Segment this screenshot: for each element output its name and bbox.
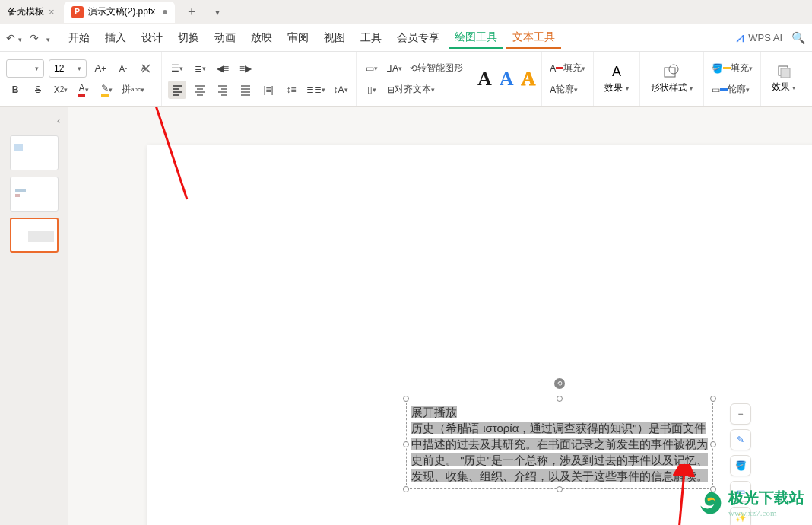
shape-style-button[interactable]: 形状样式 ▾: [646, 60, 697, 97]
shape-format-group: 🪣 填充 ▾ ▭ 轮廓 ▾: [704, 52, 761, 106]
workspace: ‹ ⟲ 展开播放 历史（希腊语 ιστορία，通过调查获得的知: [0, 107, 812, 525]
tab-label: 演示文稿(2).pptx: [88, 5, 156, 18]
text-content[interactable]: 展开播放 历史（希腊语 ιστορία，通过调查获得的知识"）是书面文件中描述的…: [411, 404, 708, 484]
text-group: ▭ ▾ ⅃A ▾ ⟲ 转智能图形 ▯ ▾ ⊟ 对齐文本 ▾: [357, 52, 471, 106]
shape-fill-button[interactable]: 🪣 填充 ▾: [710, 59, 754, 78]
wordart-group: A A A: [471, 52, 542, 106]
menu-insert[interactable]: 插入: [99, 28, 132, 48]
vertical-text-button[interactable]: ▯ ▾: [363, 81, 381, 99]
collapse-thumbs-button[interactable]: ‹: [0, 113, 68, 129]
align-text-button[interactable]: ⊟ 对齐文本 ▾: [385, 81, 436, 99]
font-color-button[interactable]: A ▾: [75, 81, 93, 99]
tab-bar: 备壳模板 × P 演示文稿(2).pptx ＋ ▾: [0, 0, 812, 24]
resize-handle-s[interactable]: [557, 486, 563, 492]
search-icon[interactable]: 🔍: [791, 31, 806, 45]
paragraph-group: ☰ ▾ ≣ ▾ ◀≡ ≡▶ |≡| ↕≡ ≣≣ ▾ ↕A ▾: [162, 52, 357, 106]
add-tab-button[interactable]: ＋: [181, 2, 202, 23]
svg-point-2: [669, 65, 678, 74]
watermark-logo-icon: [696, 489, 724, 517]
float-format-button[interactable]: 🪣: [730, 455, 751, 476]
menu-view[interactable]: 视图: [318, 28, 351, 48]
ppt-icon: P: [71, 6, 84, 18]
svg-text:A: A: [141, 64, 147, 72]
text-effects-group: A 效果 ▾: [594, 52, 639, 106]
menu-bar: ↶ ▾ ↷ ▾ 开始 插入 设计 切换 动画 放映 审阅 视图 工具 会员专享 …: [0, 24, 812, 52]
align-justify-button[interactable]: [236, 81, 255, 99]
more-quick-button[interactable]: ▾: [46, 32, 50, 44]
font-size-select[interactable]: 12 ▾: [49, 59, 87, 78]
selected-text-box[interactable]: ⟲ 展开播放 历史（希腊语 ιστορία，通过调查获得的知识"）是书面文件中描…: [406, 399, 713, 489]
increase-font-button[interactable]: A+: [91, 59, 109, 78]
columns-button[interactable]: ≣≣ ▾: [305, 81, 327, 99]
indent-dec-button[interactable]: ◀≡: [214, 59, 232, 78]
resize-handle-e[interactable]: [710, 441, 716, 447]
resize-handle-sw[interactable]: [403, 486, 409, 492]
indent-inc-button[interactable]: ≡▶: [236, 59, 255, 78]
text-fill-button[interactable]: A 填充 ▾: [548, 59, 587, 78]
shape-outline-button[interactable]: ▭ 轮廓 ▾: [710, 81, 751, 99]
tab-menu-button[interactable]: ▾: [207, 2, 228, 23]
strikethrough-button[interactable]: S: [29, 81, 47, 99]
tab-presentation[interactable]: P 演示文稿(2).pptx: [64, 2, 176, 23]
wps-ai-label: WPS AI: [748, 32, 782, 43]
align-center-button[interactable]: [191, 81, 209, 99]
unsaved-dot-icon: [163, 10, 167, 14]
slide-thumbnail-2[interactable]: [10, 177, 59, 212]
close-icon[interactable]: ×: [49, 6, 55, 18]
menu-tools[interactable]: 工具: [354, 28, 388, 48]
bold-button[interactable]: B: [6, 81, 24, 99]
svg-rect-4: [781, 68, 790, 78]
shape-style-group: 形状样式 ▾: [640, 52, 704, 106]
undo-button[interactable]: ↶ ▾: [6, 32, 22, 44]
text-outline-button[interactable]: A 轮廓 ▾: [548, 81, 579, 99]
wps-ai-button[interactable]: ⩘ WPS AI: [734, 32, 782, 44]
textbox-button[interactable]: ▭ ▾: [363, 59, 381, 78]
numbering-button[interactable]: ≣ ▾: [191, 59, 209, 78]
menu-slideshow[interactable]: 放映: [245, 28, 278, 48]
line-spacing-button[interactable]: ↕≡: [282, 81, 300, 99]
resize-handle-ne[interactable]: [710, 396, 716, 402]
wordart-style-2[interactable]: A: [500, 68, 514, 91]
slide-thumbnail-3[interactable]: [10, 218, 59, 253]
text-direction2-button[interactable]: ⅃A ▾: [385, 59, 404, 78]
float-zoom-out-button[interactable]: −: [730, 403, 751, 425]
menu-start[interactable]: 开始: [62, 28, 96, 48]
menu-member[interactable]: 会员专享: [391, 28, 446, 48]
menu-design[interactable]: 设计: [135, 28, 169, 48]
align-right-button[interactable]: [214, 81, 232, 99]
resize-handle-w[interactable]: [403, 441, 409, 447]
menu-text-tools[interactable]: 文本工具: [506, 27, 561, 49]
superscript-button[interactable]: X2 ▾: [52, 81, 70, 99]
text-direction-button[interactable]: ↕A ▾: [331, 81, 350, 99]
text-line-2: 历史（希腊语 ιστορία，通过调查获得的知识"）是书面文件中描述的过去及其研…: [411, 422, 708, 482]
slide-thumbnail-1[interactable]: [10, 135, 59, 170]
distribute-h-button[interactable]: |≡|: [259, 81, 278, 99]
highlight-button[interactable]: ✎ ▾: [97, 81, 116, 99]
tab-templates[interactable]: 备壳模板 ×: [0, 2, 62, 23]
float-edit-button[interactable]: ✎: [730, 429, 751, 450]
menu-drawing-tools[interactable]: 绘图工具: [449, 27, 503, 49]
wordart-style-1[interactable]: A: [477, 68, 492, 91]
redo-button[interactable]: ↷: [30, 32, 39, 44]
text-effects-button[interactable]: A 效果 ▾: [600, 61, 633, 97]
clear-format-button[interactable]: A: [137, 59, 155, 78]
font-family-select[interactable]: ▾: [6, 59, 44, 78]
text-line-1: 展开播放: [411, 406, 457, 418]
tab-label: 备壳模板: [8, 5, 44, 18]
resize-handle-n[interactable]: [557, 396, 563, 402]
menu-animation[interactable]: 动画: [208, 28, 242, 48]
bullets-button[interactable]: ☰ ▾: [168, 59, 186, 78]
convert-smart-button[interactable]: ⟲ 转智能图形: [408, 59, 465, 78]
text-format-group: A 填充 ▾ A 轮廓 ▾: [542, 52, 594, 106]
ribbon: ▾ 12 ▾ A+ A- A B S X2 ▾ A ▾ ✎ ▾ 拼abc ▾ ☰…: [0, 52, 812, 107]
resize-handle-nw[interactable]: [403, 396, 409, 402]
shape-effects-button[interactable]: 效果 ▾: [767, 61, 800, 97]
menu-transition[interactable]: 切换: [172, 28, 205, 48]
pinyin-button[interactable]: 拼abc ▾: [120, 81, 146, 99]
decrease-font-button[interactable]: A-: [114, 59, 132, 78]
rotate-handle[interactable]: ⟲: [554, 378, 565, 389]
menu-review[interactable]: 审阅: [281, 28, 315, 48]
canvas-area[interactable]: ⟲ 展开播放 历史（希腊语 ιστορία，通过调查获得的知识"）是书面文件中描…: [68, 107, 812, 525]
align-left-button[interactable]: [168, 81, 186, 99]
wordart-style-3[interactable]: A: [522, 68, 536, 91]
